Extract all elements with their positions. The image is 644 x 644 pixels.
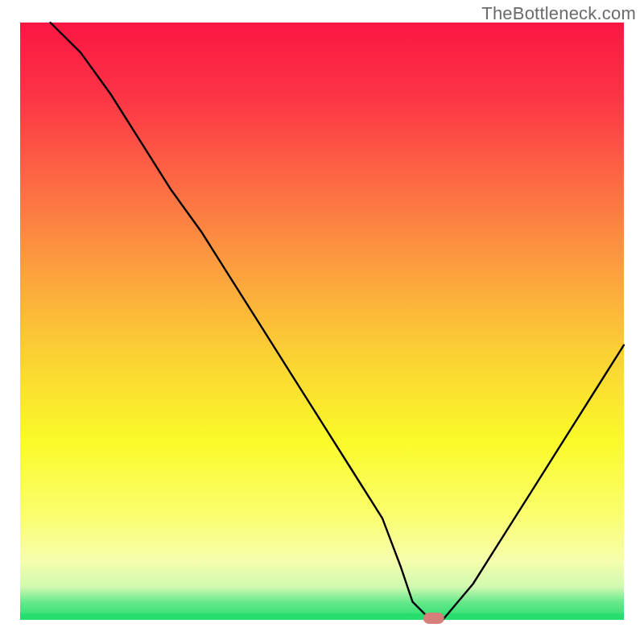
attribution-text: TheBottleneck.com bbox=[481, 3, 636, 24]
baseline-strip bbox=[20, 613, 624, 620]
plot-area bbox=[20, 23, 624, 624]
optimal-marker bbox=[423, 613, 444, 624]
chart-container: { "attribution": "TheBottleneck.com", "c… bbox=[0, 0, 644, 644]
gradient-background bbox=[20, 23, 624, 620]
chart-svg bbox=[0, 0, 644, 644]
